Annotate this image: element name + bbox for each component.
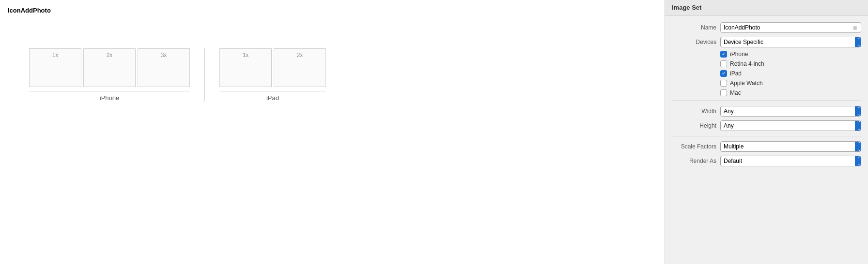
devices-label: Devices xyxy=(672,39,720,45)
iphone-checkbox-row: iPhone xyxy=(665,49,868,59)
iphone-label: iPhone xyxy=(100,94,119,102)
devices-select[interactable]: Device Specific ⌃⌄ xyxy=(720,37,861,47)
render-as-value: Default xyxy=(721,158,855,164)
retina4inch-checkbox-label: Retina 4-inch xyxy=(730,60,764,67)
render-as-chevron-icon: ⌃⌄ xyxy=(855,156,861,166)
ipad-checkbox[interactable] xyxy=(720,70,727,77)
ipad-checkbox-label: iPad xyxy=(730,70,742,77)
width-label: Width xyxy=(672,108,720,115)
scale-factors-chevron-icon: ⌃⌄ xyxy=(855,141,861,152)
scale-factors-label: Scale Factors xyxy=(672,143,720,150)
inspector-body: Name IconAddPhoto ⊗ Devices Device Speci… xyxy=(665,15,868,264)
image-slots-container: 1x 2x 3x iPhone 1x 2x iP xyxy=(29,48,636,102)
width-value: Any xyxy=(721,108,855,115)
name-label: Name xyxy=(672,24,720,31)
name-value: IconAddPhoto xyxy=(724,24,760,31)
ipad-slots: 1x 2x xyxy=(219,48,326,91)
clear-icon[interactable]: ⊗ xyxy=(852,24,858,31)
inspector-panel: Image Set Name IconAddPhoto ⊗ Devices De… xyxy=(665,0,868,264)
name-field-row: Name IconAddPhoto ⊗ xyxy=(665,20,868,35)
ipad-section: 1x 2x iPad xyxy=(219,48,326,102)
iphone-scale-2x: 2x xyxy=(107,52,113,59)
devices-field-value: Device Specific ⌃⌄ xyxy=(720,37,861,47)
devices-value: Device Specific xyxy=(721,39,855,45)
height-chevron-icon: ⌃⌄ xyxy=(855,120,861,131)
devices-field-row: Devices Device Specific ⌃⌄ xyxy=(665,35,868,49)
devices-chevron-icon: ⌃⌄ xyxy=(855,37,861,47)
iphone-slots: 1x 2x 3x xyxy=(29,48,190,91)
retina4inch-checkbox[interactable] xyxy=(720,60,727,67)
scale-factors-field-row: Scale Factors Multiple ⌃⌄ xyxy=(665,139,868,154)
scale-factors-select[interactable]: Multiple ⌃⌄ xyxy=(720,141,861,152)
mac-checkbox-label: Mac xyxy=(730,89,741,96)
name-field-value: IconAddPhoto ⊗ xyxy=(720,22,861,33)
mac-checkbox-row: Mac xyxy=(665,88,868,98)
applewatch-checkbox-row: Apple Watch xyxy=(665,78,868,88)
scale-factors-value: Multiple xyxy=(721,143,855,150)
inspector-header: Image Set xyxy=(665,0,868,15)
scale-factors-field-value: Multiple ⌃⌄ xyxy=(720,141,861,152)
iphone-scale-1x: 1x xyxy=(52,52,59,59)
name-input[interactable]: IconAddPhoto ⊗ xyxy=(720,22,861,33)
height-field-row: Height Any ⌃⌄ xyxy=(665,118,868,133)
iphone-slot-3x[interactable]: 3x xyxy=(138,48,190,87)
asset-title: IconAddPhoto xyxy=(8,7,51,14)
separator-2 xyxy=(672,136,861,136)
mac-checkbox[interactable] xyxy=(720,89,727,96)
iphone-checkbox[interactable] xyxy=(720,51,727,58)
width-field-row: Width Any ⌃⌄ xyxy=(665,104,868,118)
device-divider xyxy=(204,48,205,102)
render-as-select[interactable]: Default ⌃⌄ xyxy=(720,156,861,166)
render-as-field-row: Render As Default ⌃⌄ xyxy=(665,154,868,168)
iphone-slot-2x[interactable]: 2x xyxy=(83,48,136,87)
separator-1 xyxy=(672,101,861,101)
render-as-field-value: Default ⌃⌄ xyxy=(720,156,861,166)
width-field-value: Any ⌃⌄ xyxy=(720,106,861,117)
width-chevron-icon: ⌃⌄ xyxy=(855,106,861,117)
applewatch-checkbox[interactable] xyxy=(720,80,727,87)
applewatch-checkbox-label: Apple Watch xyxy=(730,80,763,87)
render-as-label: Render As xyxy=(672,158,720,164)
iphone-scale-3x: 3x xyxy=(161,52,167,59)
retina4inch-checkbox-row: Retina 4-inch xyxy=(665,59,868,69)
ipad-label: iPad xyxy=(266,94,279,102)
main-panel: IconAddPhoto 1x 2x 3x iPhone 1x xyxy=(0,0,665,264)
ipad-slot-2x[interactable]: 2x xyxy=(274,48,326,87)
ipad-scale-2x: 2x xyxy=(297,52,303,59)
height-select[interactable]: Any ⌃⌄ xyxy=(720,120,861,131)
width-select[interactable]: Any ⌃⌄ xyxy=(720,106,861,117)
iphone-slot-1x[interactable]: 1x xyxy=(29,48,81,87)
ipad-scale-1x: 1x xyxy=(243,52,249,59)
height-label: Height xyxy=(672,122,720,129)
ipad-checkbox-row: iPad xyxy=(665,69,868,78)
ipad-slot-1x[interactable]: 1x xyxy=(219,48,272,87)
iphone-section: 1x 2x 3x iPhone xyxy=(29,48,190,102)
height-value: Any xyxy=(721,122,855,129)
iphone-checkbox-label: iPhone xyxy=(730,51,748,58)
height-field-value: Any ⌃⌄ xyxy=(720,120,861,131)
